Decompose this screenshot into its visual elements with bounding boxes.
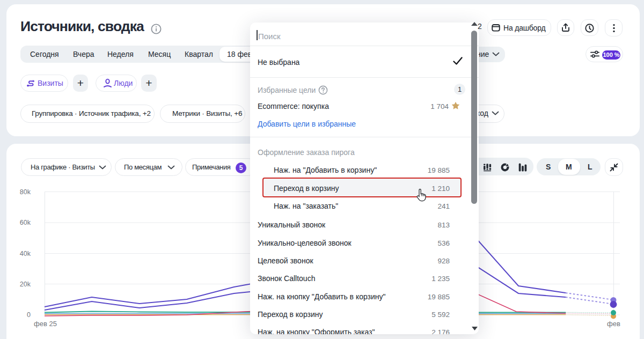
- svg-text:0: 0: [27, 311, 31, 319]
- svg-text:фев: фев: [607, 320, 620, 328]
- svg-text:80k: 80k: [20, 188, 31, 196]
- svg-text:20k: 20k: [20, 281, 31, 288]
- svg-text:60k: 60k: [20, 219, 31, 226]
- svg-text:40k: 40k: [20, 250, 31, 257]
- svg-text:фев 25: фев 25: [34, 320, 57, 328]
